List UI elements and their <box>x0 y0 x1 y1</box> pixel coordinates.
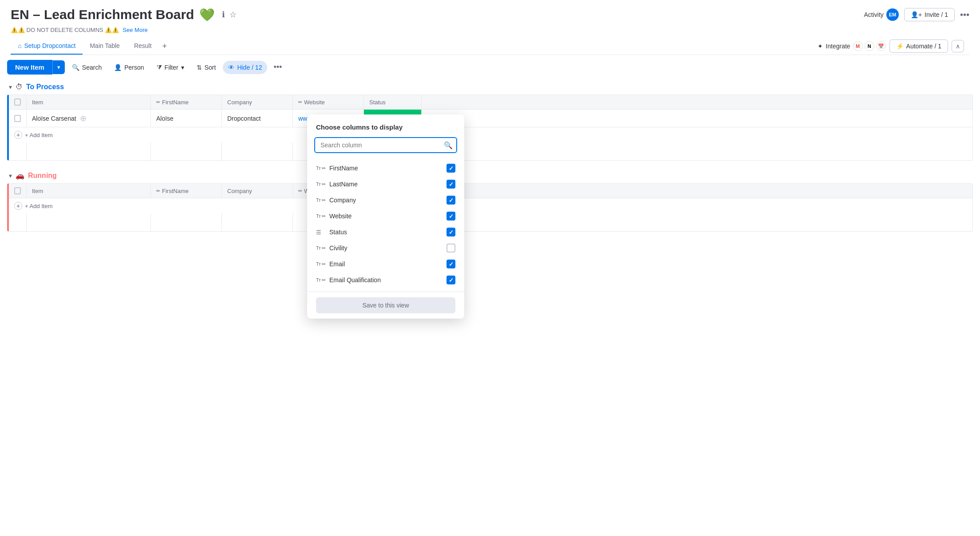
empty-row <box>9 142 972 160</box>
row-checkbox[interactable] <box>14 115 21 122</box>
col-checkbox-email[interactable]: ✓ <box>447 260 455 268</box>
tabs-right-actions: ✦ Integrate M N 📅 ⚡ Automate / 1 ∧ <box>818 39 969 53</box>
integrate-button[interactable]: ✦ Integrate M N 📅 <box>818 41 885 51</box>
group-running-header[interactable]: ▾ 🚗 Running <box>7 168 973 183</box>
td-data-empty-1 <box>151 142 222 160</box>
col-item-label-email_qualification: Email Qualification <box>329 276 442 284</box>
td-data-er-2 <box>222 213 293 231</box>
tab-main-table[interactable]: Main Table <box>83 38 126 55</box>
add-item-label-r: + Add Item <box>25 203 53 209</box>
calendar-logo: 📅 <box>876 41 886 51</box>
activity-label: Activity <box>864 11 884 18</box>
add-subitem-icon[interactable]: ⊕ <box>80 114 87 123</box>
col-checkbox-firstname[interactable]: ✓ <box>447 164 455 173</box>
checkmark-icon: ✓ <box>449 181 454 188</box>
tab-setup-dropcontact[interactable]: ⌂ Setup Dropcontact <box>11 38 83 55</box>
column-item-website[interactable]: Tт ✏Website✓ <box>307 208 464 224</box>
new-item-button[interactable]: New Item <box>7 60 52 75</box>
col-checkbox-email_qualification[interactable]: ✓ <box>447 276 455 284</box>
hide-label: Hide / 12 <box>237 64 262 71</box>
group-running: ▾ 🚗 Running Item ✏ FirstName Company ✏ W… <box>7 168 973 232</box>
group-to-process-header[interactable]: ▾ ⏱ To Process <box>7 79 973 95</box>
add-item-row-running[interactable]: + + Add Item <box>9 198 972 213</box>
columns-dropdown-panel: Choose columns to display 🔍 Tт ✏FirstNam… <box>307 114 464 319</box>
col-item-label-company: Company <box>329 197 442 204</box>
title-icons: ℹ ☆ <box>222 10 237 20</box>
tabs-row: ⌂ Setup Dropcontact Main Table Result + … <box>11 38 969 55</box>
table-header-running: Item ✏ FirstName Company ✏ Website Statu… <box>9 184 972 198</box>
tab-label-setup: Setup Dropcontact <box>24 42 75 49</box>
header-checkbox[interactable] <box>14 99 21 106</box>
empty-row-running <box>9 213 972 231</box>
main-content: ▾ ⏱ To Process Item ✏ FirstName Company … <box>0 79 980 527</box>
sort-button[interactable]: ⇅ Sort <box>191 61 221 74</box>
td-firstname[interactable]: Aloïse <box>151 110 222 127</box>
th-status: Status <box>364 95 422 109</box>
column-item-company[interactable]: Tт ✏Company✓ <box>307 192 464 208</box>
more-toolbar-button[interactable]: ••• <box>269 59 286 75</box>
column-item-email[interactable]: Tт ✏Email✓ <box>307 256 464 272</box>
warning-text: ⚠️⚠️ DO NOT DELETE COLUMNS ⚠️⚠️ <box>11 27 119 33</box>
person-button[interactable]: 👤 Person <box>109 61 149 74</box>
col-type-icon-website: Tт ✏ <box>316 213 325 219</box>
checkmark-icon: ✓ <box>449 165 454 172</box>
th-item: Item <box>27 95 151 109</box>
column-item-firstname[interactable]: Tт ✏FirstName✓ <box>307 160 464 176</box>
header-checkbox-r[interactable] <box>14 187 21 194</box>
column-item-lastname[interactable]: Tт ✏LastName✓ <box>307 176 464 192</box>
automate-icon: ⚡ <box>896 43 904 50</box>
col-checkbox-lastname[interactable]: ✓ <box>447 180 455 189</box>
td-checkbox <box>9 110 27 127</box>
collapse-button[interactable]: ∧ <box>952 40 964 52</box>
more-options-button[interactable]: ••• <box>960 10 969 20</box>
th-firstname: ✏ FirstName <box>151 95 222 109</box>
group-title-to-process: To Process <box>26 83 64 91</box>
filter-button[interactable]: ⧩ Filter ▾ <box>151 60 190 74</box>
th-checkbox-r <box>9 184 27 198</box>
dropdown-footer: Save to this view <box>307 292 464 319</box>
invite-button[interactable]: 👤+ Invite / 1 <box>904 8 955 21</box>
pencil-icon-r: ✏ <box>156 188 160 194</box>
add-circle-icon: + <box>14 131 22 139</box>
col-checkbox-status[interactable]: ✓ <box>447 228 455 236</box>
col-type-icon-lastname: Tт ✏ <box>316 181 325 187</box>
col-checkbox-civility[interactable] <box>447 244 455 252</box>
tab-result[interactable]: Result <box>127 38 159 55</box>
tab-label-main: Main Table <box>90 42 119 49</box>
page-title: EN – Lead Enrichment Board <box>11 7 194 22</box>
automate-button[interactable]: ⚡ Automate / 1 <box>889 39 948 53</box>
header-right: Activity EM 👤+ Invite / 1 ••• <box>864 8 969 21</box>
integrate-logos: M N 📅 <box>853 41 886 51</box>
search-column-input[interactable] <box>314 137 457 153</box>
automate-label: Automate / 1 <box>906 43 941 50</box>
add-tab-button[interactable]: + <box>159 38 171 55</box>
activity-avatar: EM <box>886 8 899 21</box>
column-item-email_qualification[interactable]: Tт ✏Email Qualification✓ <box>307 272 464 288</box>
th-item-r: Item <box>27 184 151 198</box>
new-item-dropdown-button[interactable]: ▾ <box>52 60 65 74</box>
column-item-status[interactable]: ☰Status✓ <box>307 224 464 240</box>
col-checkbox-website[interactable]: ✓ <box>447 212 455 221</box>
toolbar: New Item ▾ 🔍 Search 👤 Person ⧩ Filter ▾ … <box>0 55 980 79</box>
col-item-label-firstname: FirstName <box>329 165 442 172</box>
col-type-icon-firstname: Tт ✏ <box>316 166 325 171</box>
activity-button[interactable]: Activity EM <box>864 8 899 21</box>
see-more-link[interactable]: See More <box>122 27 147 33</box>
pencil-icon: ✏ <box>156 99 160 105</box>
integrate-icon: ✦ <box>818 43 823 50</box>
td-item[interactable]: Aloïse Carsenat ⊕ <box>27 110 151 127</box>
column-item-civility[interactable]: Tт ✏Civility <box>307 240 464 256</box>
hide-icon: 👁 <box>228 64 234 71</box>
info-icon[interactable]: ℹ <box>222 10 225 20</box>
col-checkbox-company[interactable]: ✓ <box>447 196 455 205</box>
search-icon: 🔍 <box>72 64 79 71</box>
search-button[interactable]: 🔍 Search <box>67 61 107 74</box>
hide-button[interactable]: 👁 Hide / 12 <box>223 61 267 74</box>
td-company[interactable]: Dropcontact <box>222 110 293 127</box>
col-item-label-lastname: LastName <box>329 181 442 188</box>
star-icon[interactable]: ☆ <box>229 10 237 20</box>
save-view-button[interactable]: Save to this view <box>316 297 455 313</box>
table-header-to-process: Item ✏ FirstName Company ✏ Website Statu… <box>9 95 972 110</box>
sort-icon: ⇅ <box>197 64 202 71</box>
add-item-row-to-process[interactable]: + + Add Item <box>9 127 972 142</box>
